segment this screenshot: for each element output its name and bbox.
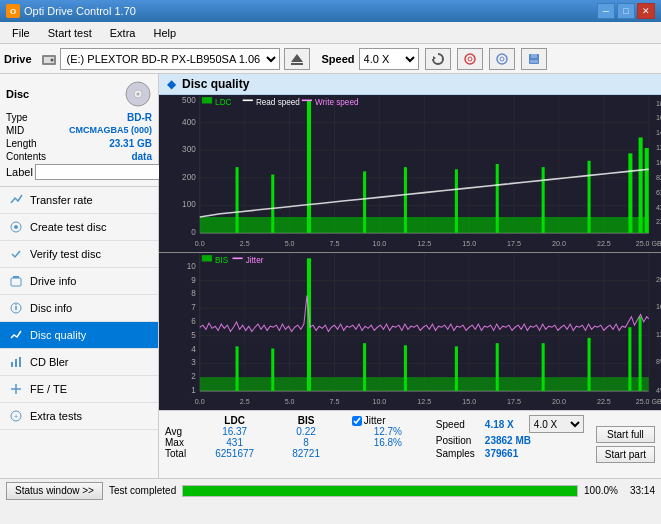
svg-text:500: 500 [182,95,196,105]
disc-info-icon [8,300,24,316]
position-value: 23862 MB [485,435,531,446]
sidebar-label-create-test-disc: Create test disc [30,221,106,233]
save-button[interactable] [521,48,547,70]
extra-tests-icon: + [8,408,24,424]
svg-rect-120 [542,343,545,391]
disc-type-value: BD-R [127,112,152,123]
eject-button[interactable] [284,48,310,70]
svg-text:3: 3 [191,357,196,367]
svg-text:18X: 18X [656,98,661,107]
disc-type-row: Type BD-R [6,112,152,123]
svg-text:15.0: 15.0 [462,397,476,406]
time-display: 33:14 [630,485,655,496]
status-window-button[interactable]: Status window >> [6,482,103,500]
sidebar-item-create-test-disc[interactable]: Create test disc [0,214,158,241]
svg-text:7: 7 [191,302,196,312]
disc-length-row: Length 23.31 GB [6,138,152,149]
upper-chart: 0 100 200 300 400 500 18X 16X 14X 12X 10… [159,95,661,253]
disc-label-label: Label [6,166,33,178]
svg-rect-78 [202,97,212,103]
svg-text:12X: 12X [656,143,661,152]
svg-rect-52 [271,175,274,233]
transfer-rate-icon [8,192,24,208]
avg-bis: 0.22 [276,426,336,437]
lower-chart: 1 2 3 4 5 6 7 8 9 10 4% 8% 12% 16% 20% [159,253,661,410]
menu-help[interactable]: Help [145,23,184,43]
jitter-checkbox[interactable] [352,416,362,426]
svg-marker-3 [291,54,303,62]
svg-text:BIS: BIS [215,254,229,264]
refresh-button[interactable] [425,48,451,70]
max-label: Max [165,437,193,448]
progress-bar-fill [183,486,577,496]
window-controls: ─ □ ✕ [597,3,655,19]
start-full-button[interactable]: Start full [596,426,655,443]
minimize-button[interactable]: ─ [597,3,615,19]
svg-rect-114 [271,348,274,390]
verify-test-disc-icon [8,246,24,262]
svg-text:12%: 12% [656,330,661,339]
maximize-button[interactable]: □ [617,3,635,19]
disc-length-label: Length [6,138,37,149]
position-label: Position [436,435,481,446]
sidebar-item-transfer-rate[interactable]: Transfer rate [0,187,158,214]
disc-length-value: 23.31 GB [109,138,152,149]
speed-select[interactable]: 4.0 X [359,48,419,70]
svg-point-15 [137,93,140,96]
menu-extra[interactable]: Extra [102,23,144,43]
avg-row: Avg 16.37 0.22 12.7% [165,426,424,437]
speed-row: Speed 4.18 X 4.0 X [436,415,584,433]
drive-label: Drive [4,53,32,65]
menu-start-test[interactable]: Start test [40,23,100,43]
svg-rect-59 [588,161,591,233]
sidebar-item-extra-tests[interactable]: +Extra tests [0,403,158,430]
sidebar-item-disc-quality[interactable]: Disc quality [0,322,158,349]
sidebar-item-fe-te[interactable]: FE / TE [0,376,158,403]
svg-text:20.0: 20.0 [552,397,566,406]
svg-text:200: 200 [182,172,196,182]
disc-button[interactable] [457,48,483,70]
svg-point-25 [15,304,17,306]
svg-rect-119 [496,343,499,391]
svg-rect-22 [13,276,19,278]
settings-button[interactable] [489,48,515,70]
speed-stat-dropdown[interactable]: 4.0 X [529,415,584,433]
disc-mid-label: MID [6,125,24,136]
speed-label: Speed [322,53,355,65]
svg-rect-60 [628,153,632,233]
samples-label: Samples [436,448,481,459]
svg-point-6 [465,54,475,64]
svg-rect-57 [496,164,499,233]
position-row: Position 23862 MB [436,435,584,446]
sidebar-item-drive-info[interactable]: Drive info [0,268,158,295]
drive-select[interactable]: (E:) PLEXTOR BD-R PX-LB950SA 1.06 [60,48,280,70]
toolbar: Drive (E:) PLEXTOR BD-R PX-LB950SA 1.06 … [0,44,661,74]
svg-rect-118 [455,346,458,391]
progress-percent: 100.0% [584,485,618,496]
menu-file[interactable]: File [4,23,38,43]
create-test-disc-icon [8,219,24,235]
svg-text:20.0: 20.0 [552,239,566,248]
svg-text:22.5: 22.5 [597,239,611,248]
sidebar-item-verify-test-disc[interactable]: Verify test disc [0,241,158,268]
svg-text:12.5: 12.5 [417,397,431,406]
svg-text:17.5: 17.5 [507,397,521,406]
samples-value: 379661 [485,448,518,459]
start-part-button[interactable]: Start part [596,446,655,463]
svg-rect-51 [236,167,239,233]
disc-contents-value: data [131,151,152,162]
disc-label-input[interactable] [35,164,168,180]
svg-rect-62 [645,148,649,233]
disc-image [124,80,152,108]
chart-header-icon: ◆ [167,77,176,91]
sidebar-item-cd-bler[interactable]: CD Bler [0,349,158,376]
svg-text:5: 5 [191,330,196,340]
svg-rect-4 [291,63,303,65]
sidebar-item-disc-info[interactable]: Disc info [0,295,158,322]
close-button[interactable]: ✕ [637,3,655,19]
svg-text:100: 100 [182,199,196,209]
svg-text:25.0 GB: 25.0 GB [636,397,661,406]
avg-jitter: 12.7% [352,426,424,437]
svg-text:17.5: 17.5 [507,239,521,248]
svg-text:2.5: 2.5 [240,397,250,406]
